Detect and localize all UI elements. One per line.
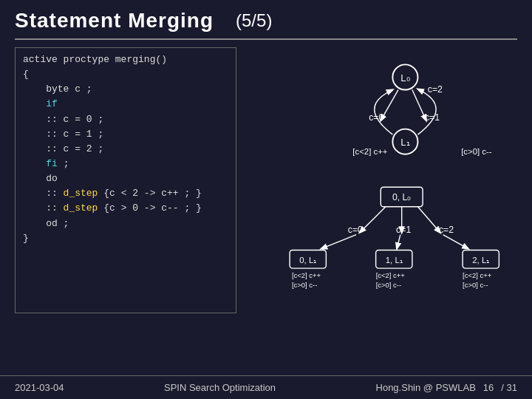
svg-text:c=1: c=1 (396, 225, 411, 235)
svg-text:[c>0] c--: [c>0] c-- (461, 147, 492, 156)
automata-diagram: L₀ c=2 c=0 c=1 L₁ [c<2] c++ [c>0] c-- (251, 47, 517, 306)
slide-subtitle: (5/5) (236, 10, 272, 31)
code-block: active proctype merging() { byte c ; if … (15, 47, 236, 313)
svg-text:[c>0] c--: [c>0] c-- (376, 281, 401, 289)
svg-text:1, L₁: 1, L₁ (386, 256, 403, 265)
svg-line-26 (397, 235, 400, 249)
code-line-3: byte c ; (23, 83, 92, 95)
svg-text:[c>0] c--: [c>0] c-- (292, 281, 317, 289)
footer-page: 16 (483, 382, 494, 393)
slide-title: Statement Merging (15, 9, 214, 33)
footer-total: / 31 (501, 382, 517, 393)
footer: 2021-03-04 SPIN Search Optimization Hong… (0, 375, 532, 399)
svg-text:2, L₁: 2, L₁ (472, 256, 489, 265)
code-line-4: if (23, 98, 58, 109)
svg-line-17 (417, 207, 440, 233)
diagram-area: L₀ c=2 c=0 c=1 L₁ [c<2] c++ [c>0] c-- (251, 47, 517, 313)
code-line-5: :: c = 0 ; (23, 114, 103, 125)
footer-center-text: SPIN Search Optimization (164, 382, 276, 393)
svg-text:L₀: L₀ (400, 72, 409, 83)
svg-text:L₁: L₁ (400, 137, 409, 148)
svg-text:c=2: c=2 (439, 225, 454, 235)
footer-author: Hong.Shin @ PSWLAB (376, 382, 476, 393)
code-line-2: { (23, 69, 29, 80)
svg-text:0, L₁: 0, L₁ (299, 256, 316, 265)
svg-text:[c<2] c++: [c<2] c++ (376, 271, 406, 279)
svg-line-25 (321, 235, 356, 249)
code-line-7: :: c = 2 ; (23, 143, 103, 154)
slide: Statement Merging (5/5) active proctype … (0, 0, 532, 399)
svg-line-27 (443, 235, 468, 249)
header: Statement Merging (5/5) (0, 0, 532, 38)
code-line-12: od ; (23, 218, 69, 229)
main-content: active proctype merging() { byte c ; if … (0, 40, 532, 313)
code-line-10: :: d_step {c < 2 -> c++ ; } (23, 188, 202, 199)
footer-right: Hong.Shin @ PSWLAB 16 / 31 (376, 382, 517, 393)
footer-date: 2021-03-04 (15, 382, 64, 393)
svg-text:[c<2] c++: [c<2] c++ (463, 271, 492, 279)
code-line-13: } (23, 233, 29, 244)
svg-line-13 (360, 207, 386, 233)
code-line-9: do (23, 173, 58, 184)
svg-text:[c<2] c++: [c<2] c++ (292, 271, 321, 279)
code-line-8: fi ; (23, 158, 69, 169)
svg-text:c=2: c=2 (428, 84, 443, 95)
svg-line-5 (412, 90, 426, 121)
code-line-1: active proctype merging() (23, 54, 167, 65)
svg-text:c=0: c=0 (348, 225, 363, 235)
svg-text:[c>0] c--: [c>0] c-- (463, 281, 488, 289)
code-line-11: :: d_step {c > 0 -> c-- ; } (23, 202, 202, 214)
svg-text:[c<2] c++: [c<2] c++ (352, 147, 387, 156)
svg-text:c=1: c=1 (425, 112, 440, 123)
svg-text:0, L₀: 0, L₀ (392, 192, 412, 202)
code-line-6: :: c = 1 ; (23, 129, 103, 140)
